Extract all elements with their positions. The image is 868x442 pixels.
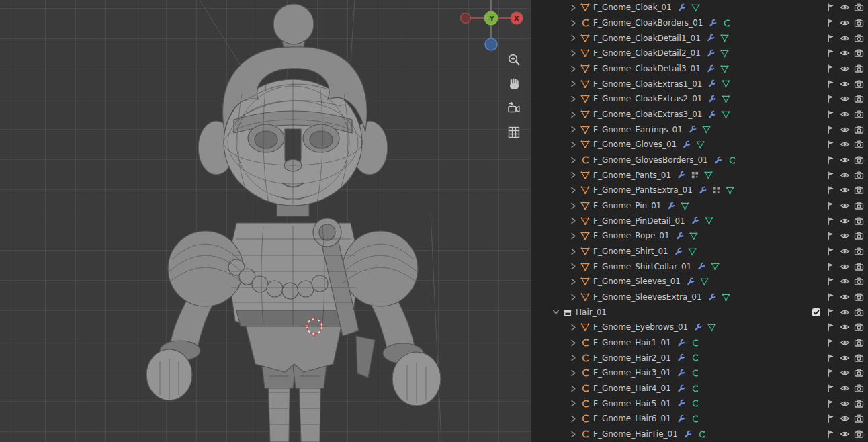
object-name[interactable]: F_Gnome_PinDetail_01 — [593, 216, 685, 226]
collection-checkbox[interactable] — [809, 308, 824, 317]
selectable-icon[interactable] — [824, 277, 838, 286]
outliner-row[interactable]: F_Gnome_Hair1_01 — [531, 335, 868, 351]
selectable-icon[interactable] — [824, 201, 838, 210]
expand-right-icon[interactable] — [568, 157, 578, 164]
selectable-icon[interactable] — [824, 429, 838, 439]
hide-render-icon[interactable] — [852, 109, 866, 119]
hide-viewport-icon[interactable] — [838, 262, 852, 271]
hide-render-icon[interactable] — [852, 125, 866, 134]
collection-name[interactable]: Hair_01 — [576, 308, 607, 317]
expand-right-icon[interactable] — [568, 187, 578, 194]
selectable-icon[interactable] — [824, 3, 838, 12]
object-name[interactable]: F_Gnome_GlovesBorders_01 — [593, 155, 708, 165]
selectable-icon[interactable] — [824, 247, 838, 256]
hide-viewport-icon[interactable] — [838, 34, 852, 43]
outliner-row[interactable]: F_Gnome_PinDetail_01 — [531, 213, 868, 228]
object-name[interactable]: F_Gnome_PantsExtra_01 — [593, 185, 693, 195]
object-name[interactable]: F_Gnome_Pin_01 — [593, 201, 661, 210]
object-name[interactable]: F_Gnome_CloakBorders_01 — [593, 18, 703, 28]
object-name[interactable]: F_Gnome_Sleeves_01 — [593, 277, 681, 286]
expand-right-icon[interactable] — [568, 248, 578, 255]
object-name[interactable]: F_Gnome_Eyebrows_01 — [593, 322, 688, 332]
expand-right-icon[interactable] — [568, 354, 578, 361]
selectable-icon[interactable] — [824, 140, 838, 149]
hide-viewport-icon[interactable] — [838, 384, 852, 393]
selectable-icon[interactable] — [824, 308, 838, 317]
selectable-icon[interactable] — [824, 125, 838, 134]
outliner-row[interactable]: F_Gnome_Pants_01 — [531, 167, 868, 183]
hide-render-icon[interactable] — [852, 216, 866, 226]
hide-render-icon[interactable] — [852, 48, 866, 58]
hide-render-icon[interactable] — [852, 429, 866, 439]
hide-viewport-icon[interactable] — [838, 308, 852, 317]
selectable-icon[interactable] — [824, 79, 838, 89]
object-name[interactable]: F_Gnome_ShirtCollar_01 — [593, 262, 691, 271]
object-name[interactable]: F_Gnome_Hair3_01 — [593, 368, 671, 378]
hide-render-icon[interactable] — [852, 322, 866, 332]
hide-render-icon[interactable] — [852, 338, 866, 347]
expand-right-icon[interactable] — [568, 400, 578, 407]
outliner-row[interactable]: F_Gnome_HairTie_01 — [531, 427, 868, 442]
selectable-icon[interactable] — [824, 48, 838, 58]
hide-render-icon[interactable] — [852, 3, 866, 12]
expand-right-icon[interactable] — [568, 34, 578, 42]
hide-viewport-icon[interactable] — [838, 79, 852, 89]
object-name[interactable]: F_Gnome_Cloak_01 — [593, 3, 672, 12]
expand-right-icon[interactable] — [568, 50, 578, 57]
hide-render-icon[interactable] — [852, 171, 866, 180]
expand-right-icon[interactable] — [568, 202, 578, 210]
hide-viewport-icon[interactable] — [838, 18, 852, 28]
object-name[interactable]: F_Gnome_CloakDetail3_01 — [593, 64, 701, 73]
outliner-row[interactable]: F_Gnome_CloakExtras3_01 — [531, 107, 868, 122]
hide-render-icon[interactable] — [852, 18, 866, 28]
outliner-row[interactable]: F_Gnome_Earrings_01 — [531, 122, 868, 137]
outliner-row[interactable]: F_Gnome_PantsExtra_01 — [531, 183, 868, 198]
hide-viewport-icon[interactable] — [838, 155, 852, 165]
selectable-icon[interactable] — [824, 185, 838, 195]
object-name[interactable]: F_Gnome_Hair6_01 — [593, 414, 671, 423]
expand-right-icon[interactable] — [568, 126, 578, 133]
expand-right-icon[interactable] — [568, 415, 578, 423]
hide-render-icon[interactable] — [852, 384, 866, 393]
expand-right-icon[interactable] — [568, 4, 578, 11]
expand-right-icon[interactable] — [568, 217, 578, 224]
expand-right-icon[interactable] — [568, 263, 578, 270]
hide-viewport-icon[interactable] — [838, 64, 852, 73]
outliner-row[interactable]: Hair_01 — [531, 304, 868, 320]
outliner-row[interactable]: F_Gnome_Hair4_01 — [531, 381, 868, 396]
expand-down-icon[interactable] — [550, 309, 561, 315]
hide-viewport-icon[interactable] — [838, 322, 852, 332]
outliner-row[interactable]: F_Gnome_Cloak_01 — [531, 0, 868, 15]
hide-viewport-icon[interactable] — [838, 247, 852, 256]
hide-render-icon[interactable] — [852, 308, 866, 317]
expand-right-icon[interactable] — [568, 278, 578, 285]
object-name[interactable]: F_Gnome_Hair2_01 — [593, 353, 671, 363]
hide-viewport-icon[interactable] — [838, 3, 852, 12]
hide-viewport-icon[interactable] — [838, 414, 852, 423]
hide-render-icon[interactable] — [852, 353, 866, 363]
expand-right-icon[interactable] — [568, 19, 578, 27]
selectable-icon[interactable] — [824, 171, 838, 180]
object-name[interactable]: F_Gnome_Rope_01 — [593, 231, 670, 240]
hide-viewport-icon[interactable] — [838, 185, 852, 195]
expand-right-icon[interactable] — [568, 431, 578, 438]
selectable-icon[interactable] — [824, 384, 838, 393]
outliner-panel[interactable]: F_Gnome_Cloak_01F_Gnome_CloakBorders_01F… — [531, 0, 868, 442]
hide-render-icon[interactable] — [852, 368, 866, 378]
expand-right-icon[interactable] — [568, 369, 578, 377]
axis-neg-x-handle[interactable] — [461, 13, 471, 24]
selectable-icon[interactable] — [824, 414, 838, 423]
outliner-row[interactable]: F_Gnome_Rope_01 — [531, 228, 868, 244]
outliner-row[interactable]: F_Gnome_CloakDetail3_01 — [531, 61, 868, 77]
selectable-icon[interactable] — [824, 353, 838, 363]
outliner-row[interactable]: F_Gnome_ShirtCollar_01 — [531, 259, 868, 274]
object-name[interactable]: F_Gnome_Pants_01 — [593, 171, 671, 180]
viewport-3d[interactable]: -Y X — [0, 0, 531, 442]
hide-viewport-icon[interactable] — [838, 338, 852, 347]
hide-viewport-icon[interactable] — [838, 231, 852, 240]
selectable-icon[interactable] — [824, 18, 838, 28]
hide-viewport-icon[interactable] — [838, 140, 852, 149]
outliner-row[interactable]: F_Gnome_CloakExtras1_01 — [531, 76, 868, 91]
expand-right-icon[interactable] — [568, 95, 578, 103]
outliner-row[interactable]: F_Gnome_Sleeves_01 — [531, 274, 868, 290]
